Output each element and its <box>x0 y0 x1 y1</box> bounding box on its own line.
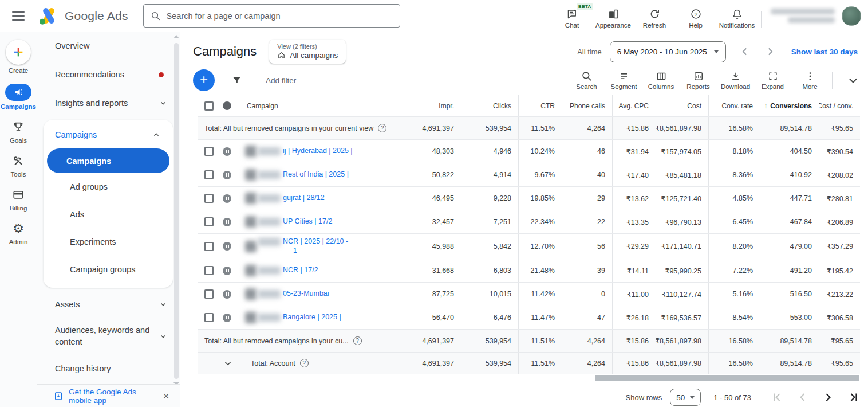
row-checkbox[interactable] <box>204 313 214 322</box>
previous-period-button[interactable] <box>739 45 751 58</box>
date-range-picker[interactable]: 6 May 2020 - 10 Jun 2025 <box>610 41 726 62</box>
previous-page-button[interactable] <box>796 390 810 404</box>
row-checkbox[interactable] <box>204 289 214 299</box>
nav-item-campaign-groups[interactable]: Campaign groups <box>47 256 169 283</box>
column-header-avg-cpc[interactable]: Avg. CPC <box>612 95 656 116</box>
nav-item-insights-and-reports[interactable]: Insights and reports <box>37 89 180 118</box>
help-button[interactable]: ? Help <box>675 3 716 29</box>
campaign-name-link[interactable]: Rest of India | 2025 | <box>283 170 349 179</box>
avatar[interactable] <box>842 6 861 26</box>
nav-item-recommendations[interactable]: Recommendations <box>37 60 180 89</box>
campaign-name-link[interactable]: NCR | 17/2 <box>283 266 318 275</box>
row-checkbox[interactable] <box>204 266 214 275</box>
help-icon[interactable]: ? <box>353 336 362 345</box>
nav-scrollbar[interactable] <box>174 37 179 407</box>
paused-status-icon[interactable] <box>223 290 231 299</box>
rows-per-page-select[interactable]: 50 <box>670 389 701 406</box>
last-page-button[interactable] <box>846 390 860 404</box>
view-filter-chip[interactable]: View (2 filters) All campaigns <box>269 40 346 64</box>
mobile-app-promo[interactable]: Get the Google Ads mobile app ✕ <box>37 384 180 407</box>
paused-status-icon[interactable] <box>223 218 231 226</box>
paused-status-icon[interactable] <box>223 147 231 156</box>
show-last-30-days-link[interactable]: Show last 30 days <box>791 48 858 56</box>
chat-button[interactable]: BETA Chat <box>551 3 593 29</box>
column-header-conv-rate[interactable]: Conv. rate <box>708 95 760 116</box>
column-header-conversions[interactable]: ↑Conversions <box>760 95 819 116</box>
nav-group-campaigns[interactable]: Campaigns <box>44 121 173 148</box>
refresh-button[interactable]: Refresh <box>634 3 675 29</box>
expand-button[interactable]: Expand <box>754 71 791 90</box>
paused-status-icon[interactable] <box>223 314 231 322</box>
more-button[interactable]: More <box>791 71 828 90</box>
nav-item-overview[interactable]: Overview <box>37 32 180 60</box>
scroll-up-arrow-icon[interactable] <box>173 35 179 38</box>
rail-item-billing[interactable]: Billing <box>10 187 27 212</box>
next-period-button[interactable] <box>764 45 776 58</box>
horizontal-scrollbar-thumb[interactable] <box>595 375 859 381</box>
row-checkbox[interactable] <box>204 147 214 156</box>
account-info[interactable] <box>771 6 861 26</box>
column-header-cost[interactable]: Cost <box>656 95 708 116</box>
rail-item-create[interactable]: Create <box>6 40 31 74</box>
column-header-phone-calls[interactable]: Phone calls <box>562 95 612 116</box>
tools-icon <box>12 154 25 169</box>
global-search[interactable] <box>143 4 400 28</box>
paused-status-icon[interactable] <box>223 194 231 203</box>
columns-button[interactable]: Columns <box>642 71 680 90</box>
nav-item-ad-groups[interactable]: Ad groups <box>47 173 169 201</box>
row-checkbox[interactable] <box>204 217 214 226</box>
paused-status-icon[interactable] <box>223 242 231 251</box>
filter-icon[interactable] <box>231 75 242 86</box>
search-input[interactable] <box>167 11 393 21</box>
nav-scrollbar-thumb[interactable] <box>174 43 179 379</box>
expand-account-chevron-icon[interactable] <box>223 358 233 369</box>
column-header-clicks[interactable]: Clicks <box>461 95 518 116</box>
rail-item-tools[interactable]: Tools <box>11 154 26 178</box>
campaign-name-link[interactable]: ij | Hyderabad | 2025 | <box>283 147 353 156</box>
help-icon[interactable]: ? <box>378 124 386 132</box>
add-campaign-button[interactable]: + <box>193 69 215 91</box>
metric-cell: ₹8,561,897.98 <box>656 330 708 352</box>
paused-status-icon[interactable] <box>223 267 231 275</box>
help-icon[interactable]: ? <box>300 359 309 367</box>
column-header-ctr[interactable]: CTR <box>518 95 562 116</box>
column-header-impr[interactable]: Impr. <box>404 95 461 116</box>
close-icon[interactable]: ✕ <box>163 392 169 401</box>
nav-item-change-history[interactable]: Change history <box>37 354 180 383</box>
column-header-cost-conv[interactable]: Cost / conv. <box>819 95 860 116</box>
campaign-name-link[interactable]: gujrat | 28/12 <box>283 194 325 203</box>
segment-button[interactable]: Segment <box>605 71 642 90</box>
nav-item-ads[interactable]: Ads <box>47 201 169 228</box>
menu-icon[interactable] <box>12 11 25 21</box>
notifications-button[interactable]: Notifications <box>716 3 757 29</box>
sort-ascending-icon: ↑ <box>764 102 767 110</box>
search-table-button[interactable]: Search <box>568 71 605 90</box>
nav-item-assets[interactable]: Assets <box>37 290 180 319</box>
campaign-name-line2[interactable]: 1 <box>258 246 348 256</box>
rail-item-campaigns[interactable]: Campaigns <box>1 84 36 110</box>
reports-button[interactable]: Reports <box>680 71 717 90</box>
campaign-name-link[interactable]: NCR | 2025 | 22/10 - <box>283 237 348 246</box>
campaign-name-link[interactable]: UP Cities | 17/2 <box>283 217 332 226</box>
google-ads-logo[interactable]: Google Ads <box>38 6 128 25</box>
add-filter-button[interactable]: Add filter <box>266 76 296 85</box>
rail-item-admin[interactable]: ⚙ Admin <box>9 221 28 245</box>
collapse-toolbar-chevron-icon[interactable] <box>846 73 860 87</box>
nav-item-audiences-keywords-content[interactable]: Audiences, keywords and content <box>37 319 180 354</box>
select-all-checkbox[interactable] <box>204 101 214 111</box>
download-button[interactable]: Download <box>717 71 754 90</box>
column-header-campaign[interactable]: Campaign <box>247 102 278 110</box>
campaign-name-link[interactable]: Bangalore | 2025 | <box>283 313 341 322</box>
nav-item-experiments[interactable]: Experiments <box>47 228 169 256</box>
paused-status-icon[interactable] <box>223 171 231 179</box>
next-page-button[interactable] <box>821 390 835 404</box>
rail-item-goals[interactable]: Goals <box>10 120 27 144</box>
nav-item-campaigns[interactable]: Campaigns <box>47 148 169 173</box>
status-filter-icon[interactable] <box>223 101 231 110</box>
row-checkbox[interactable] <box>204 242 214 251</box>
campaign-name-link[interactable]: 05-23-Mumbai <box>283 289 329 299</box>
row-checkbox[interactable] <box>204 194 214 203</box>
row-checkbox[interactable] <box>204 170 214 179</box>
first-page-button[interactable] <box>771 390 784 404</box>
appearance-button[interactable]: Appearance <box>593 3 634 29</box>
